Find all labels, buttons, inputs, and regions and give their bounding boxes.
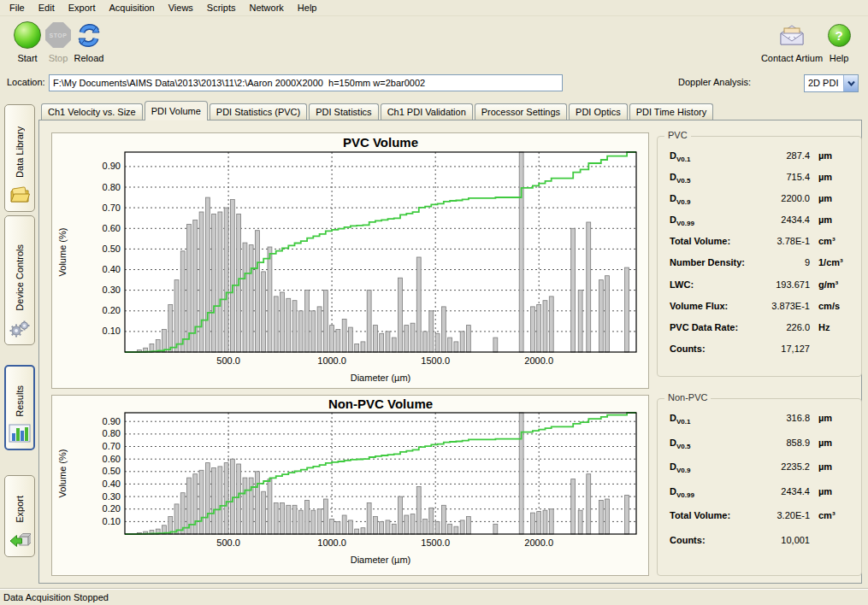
sidebar-item-export[interactable]: Export [4, 475, 35, 557]
doppler-analysis-label: Doppler Analysis: [678, 77, 751, 87]
chevron-down-icon[interactable] [843, 75, 858, 91]
export-arrow-icon [9, 530, 31, 550]
gears-icon [9, 318, 31, 338]
stat-unit: µm [810, 172, 832, 182]
svg-text:PVC Volume: PVC Volume [343, 135, 418, 150]
stat-label: DV0.1 [670, 150, 759, 163]
svg-text:Non-PVC Volume: Non-PVC Volume [328, 396, 433, 411]
help-button[interactable]: ? Help [819, 19, 859, 63]
stat-row: Total Volume:3.20E-1cm³ [670, 510, 854, 535]
stat-value: 3.78E-1 [759, 236, 810, 246]
stat-label: DV0.9 [670, 461, 759, 474]
svg-text:0.80: 0.80 [103, 182, 121, 192]
menu-acquisition[interactable]: Acquisition [103, 1, 162, 15]
help-button-label: Help [830, 53, 849, 63]
svg-text:0.90: 0.90 [103, 161, 121, 171]
stat-unit: µm [810, 150, 832, 161]
menu-scripts[interactable]: Scripts [200, 1, 243, 15]
application-window: FileEditExportAcquisitionViewsScriptsNet… [0, 0, 868, 605]
stat-unit: µm [810, 461, 832, 472]
location-label: Location: [7, 77, 45, 87]
stat-row: LWC:193.671g/m³ [670, 279, 854, 301]
tab-strip: Ch1 Velocity vs. SizePDI VolumePDI Stati… [41, 102, 715, 120]
stat-row: PVC Data Rate:226.0Hz [670, 322, 854, 344]
bar-chart-icon [9, 424, 31, 443]
tab-processor-settings[interactable]: Processor Settings [475, 103, 567, 120]
svg-text:0.40: 0.40 [103, 264, 121, 274]
stat-label: Total Volume: [670, 510, 759, 520]
stat-unit: µm [810, 486, 832, 496]
stat-label: Counts: [670, 344, 759, 354]
stat-value: 2235.2 [759, 461, 810, 472]
tab-pdi-statistics[interactable]: PDI Statistics [309, 103, 378, 120]
stat-label: DV0.1 [670, 413, 759, 426]
tab-pdi-statistics-pvc-[interactable]: PDI Statistics (PVC) [210, 103, 307, 120]
contact-artium-label: Contact Artium [761, 53, 823, 63]
svg-text:0.60: 0.60 [103, 454, 121, 464]
stat-label: Counts: [670, 535, 759, 545]
location-input[interactable] [49, 74, 563, 91]
svg-text:500.0: 500.0 [216, 355, 240, 366]
tab-ch1-pdi-validation[interactable]: Ch1 PDI Validation [381, 103, 473, 120]
status-bar: Data Acquisition Stopped [0, 589, 868, 605]
tab-pdi-volume[interactable]: PDI Volume [145, 101, 208, 120]
menu-export[interactable]: Export [62, 1, 103, 15]
stat-label: Volume Flux: [670, 301, 759, 311]
stat-value: 2434.4 [759, 486, 810, 496]
non-pvc-volume-chart: 0.100.200.300.400.500.600.700.800.90500.… [51, 395, 649, 576]
stat-row: DV0.1316.8µm [670, 413, 854, 438]
toolbar: Start STOP Stop Reload [0, 17, 868, 70]
stat-label: LWC: [670, 279, 759, 290]
stat-value: 193.671 [759, 279, 810, 290]
menu-help[interactable]: Help [291, 1, 324, 15]
non-pvc-stat-rows: DV0.1316.8µmDV0.5858.9µmDV0.92235.2µmDV0… [670, 413, 854, 559]
stat-label: DV0.99 [670, 486, 759, 499]
stat-unit: µm [810, 193, 832, 203]
doppler-analysis-value: 2D PDI [805, 75, 843, 91]
envelope-icon [777, 19, 806, 51]
sidebar-item-data-library[interactable]: Data Library [4, 104, 35, 212]
stat-row: DV0.5858.9µm [670, 438, 854, 462]
svg-text:0.20: 0.20 [103, 305, 121, 315]
tab-pdi-time-history[interactable]: PDI Time History [629, 103, 714, 120]
pvc-stats-groupbox: PVC DV0.1287.4µmDV0.5715.4µmDV0.92200.0µ… [657, 136, 862, 377]
stat-unit: cm³ [810, 510, 836, 520]
stat-value: 2434.4 [759, 214, 810, 225]
stat-row: Volume Flux:3.873E-1cm/s [670, 301, 854, 322]
tab-pdi-optics[interactable]: PDI Optics [569, 103, 628, 120]
svg-text:0.10: 0.10 [103, 326, 121, 336]
menu-network[interactable]: Network [242, 1, 290, 15]
stat-value: 9 [759, 257, 810, 267]
non-pvc-stats-groupbox: Non-PVC DV0.1316.8µmDV0.5858.9µmDV0.9223… [657, 398, 862, 576]
stat-unit: µm [810, 413, 832, 423]
svg-text:0.50: 0.50 [103, 466, 121, 476]
sidebar-item-label: Data Library [15, 126, 25, 178]
sidebar-item-device-controls[interactable]: Device Controls [4, 215, 35, 345]
stat-unit: cm/s [810, 301, 840, 311]
non-pvc-groupbox-title: Non-PVC [664, 392, 711, 402]
pvc-groupbox-title: PVC [664, 130, 691, 140]
stat-unit: cm³ [810, 236, 836, 246]
reload-icon [75, 19, 103, 51]
stat-unit: g/m³ [810, 279, 838, 290]
pdi-volume-tab-page: 0.100.200.300.400.500.600.700.800.90500.… [38, 120, 862, 584]
pvc-stat-rows: DV0.1287.4µmDV0.5715.4µmDV0.92200.0µmDV0… [670, 150, 854, 365]
stat-row: Number Density:91/cm³ [670, 257, 854, 279]
reload-button[interactable]: Reload [65, 19, 113, 63]
svg-text:Diameter (µm): Diameter (µm) [351, 373, 411, 383]
stat-row: DV0.992434.4µm [670, 214, 854, 236]
stat-unit: µm [810, 214, 832, 225]
menu-file[interactable]: File [3, 1, 32, 15]
contact-artium-button[interactable]: Contact Artium [756, 19, 828, 63]
doppler-analysis-select[interactable]: 2D PDI [804, 74, 859, 92]
menu-edit[interactable]: Edit [32, 1, 62, 15]
svg-text:1500.0: 1500.0 [421, 355, 450, 366]
stat-row: Counts:10,001 [670, 535, 854, 560]
stat-value: 858.9 [759, 438, 810, 448]
sidebar-item-results[interactable]: Results [4, 365, 35, 450]
menu-views[interactable]: Views [162, 1, 200, 15]
svg-text:0.70: 0.70 [103, 203, 121, 213]
svg-text:0.40: 0.40 [103, 479, 121, 489]
svg-text:0.30: 0.30 [103, 285, 121, 295]
tab-ch1-velocity-vs-size[interactable]: Ch1 Velocity vs. Size [41, 103, 143, 120]
